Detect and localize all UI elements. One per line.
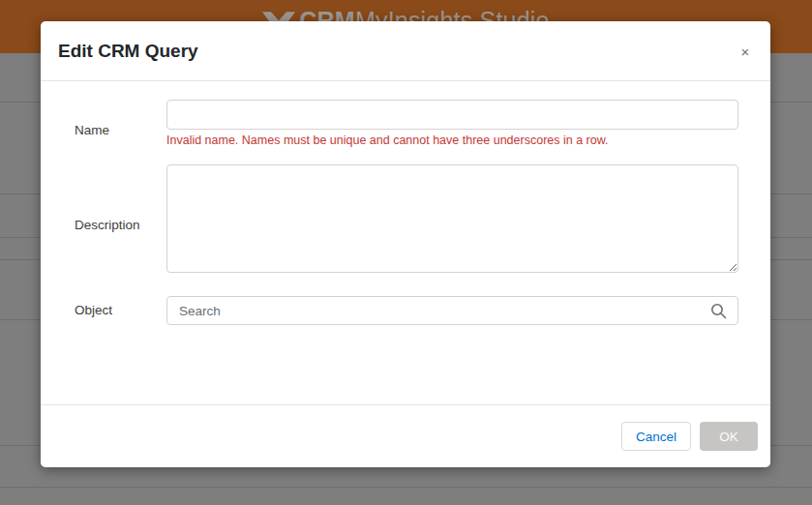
ok-button[interactable]: OK [700,422,758,451]
description-textarea[interactable] [166,164,738,273]
object-label: Object [75,303,112,318]
description-label: Description [75,218,140,233]
cancel-button[interactable]: Cancel [621,422,691,451]
object-search-input[interactable] [166,296,738,325]
app-root: CRMMyInsights Studio Edit CRM Query × Na… [0,0,812,505]
footer-divider [41,404,770,405]
name-label: Name [75,123,109,138]
modal-title: Edit CRM Query [58,41,198,62]
table-row-divider [0,487,812,488]
name-input[interactable] [166,100,738,130]
close-icon[interactable]: × [734,41,757,64]
name-error-message: Invalid name. Names must be unique and c… [166,133,609,148]
modal-header: Edit CRM Query × [41,21,770,81]
edit-crm-query-modal: Edit CRM Query × Name Invalid name. Name… [41,21,770,467]
